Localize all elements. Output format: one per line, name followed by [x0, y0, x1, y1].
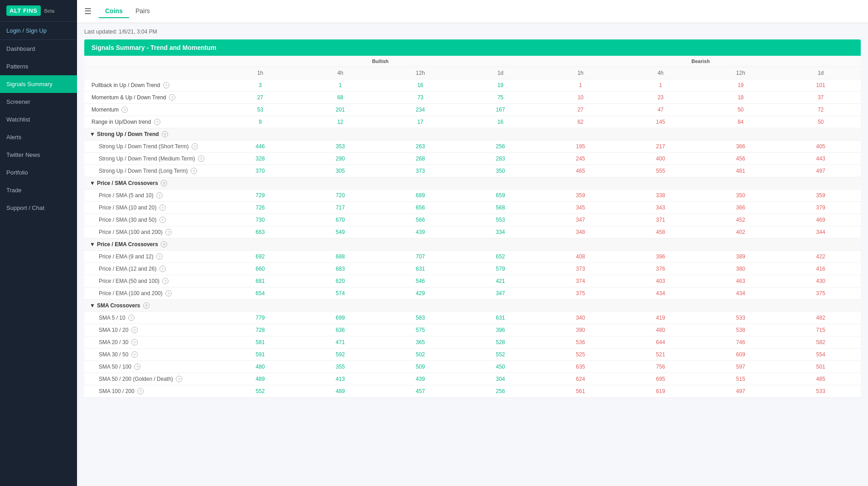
help-icon[interactable]: ? — [163, 82, 169, 88]
help-icon[interactable]: ? — [159, 204, 166, 211]
row-label: SMA 100 / 200 ? — [84, 385, 220, 398]
bullish-b4h: 489 — [300, 385, 381, 398]
bearish-be1h: 195 — [540, 141, 621, 153]
help-icon[interactable]: ? — [165, 229, 172, 235]
time-header-row: 1h 4h 12h 1d 1h 4h 12h 1d — [84, 67, 861, 79]
bearish-be1h: 525 — [540, 349, 621, 361]
bearish-be4h: 145 — [621, 116, 701, 128]
table-row: Price / EMA (9 and 12) ?6926887076524083… — [84, 251, 861, 263]
sidebar-item-trade[interactable]: Trade — [0, 181, 77, 199]
bearish-be1h: 10 — [540, 92, 621, 104]
group-label: ▼Price / EMA Crossovers ? — [84, 238, 861, 251]
bearish-be1h: 1 — [540, 79, 621, 92]
help-icon[interactable]: ? — [162, 278, 169, 284]
table-row: Strong Up / Down Trend (Long Term) ?3703… — [84, 165, 861, 177]
tab-coins[interactable]: Coins — [99, 5, 129, 18]
bullish-b4h: 683 — [300, 263, 381, 275]
main-content: Last updated: 1/6/21, 3:04 PM Signals Su… — [77, 23, 868, 486]
help-icon[interactable]: ? — [131, 339, 138, 345]
table-row: SMA 20 / 30 ?581471365528536644746582 — [84, 336, 861, 349]
help-icon[interactable]: ? — [191, 168, 197, 174]
row-label: Range in Up/Down trend ? — [84, 116, 220, 128]
collapse-icon[interactable]: ▼ — [90, 241, 95, 248]
bullish-b1d: 256 — [460, 141, 540, 153]
collapse-icon[interactable]: ▼ — [90, 180, 95, 186]
help-icon[interactable]: ? — [128, 315, 135, 321]
sidebar-item-twitter[interactable]: Twitter News — [0, 146, 77, 164]
bearish-be12h: 50 — [701, 104, 781, 116]
sidebar-item-watchlist[interactable]: Watchlist — [0, 111, 77, 128]
sidebar-item-patterns[interactable]: Patterns — [0, 58, 77, 75]
bullish-b1h: 681 — [220, 275, 300, 287]
bearish-be1d: 501 — [781, 361, 861, 373]
bearish-be1d: 422 — [781, 251, 861, 263]
table-row: Price / SMA (30 and 50) ?730670566553347… — [84, 214, 861, 226]
help-icon[interactable]: ? — [161, 241, 167, 248]
help-icon[interactable]: ? — [159, 217, 166, 223]
help-icon[interactable]: ? — [159, 266, 166, 272]
collapse-icon[interactable]: ▼ — [90, 131, 95, 137]
row-label: Strong Up / Down Trend (Short Term) ? — [84, 141, 220, 153]
bullish-b4h: 1 — [300, 79, 381, 92]
bullish-b1d: 16 — [460, 116, 540, 128]
bearish-be1d: 497 — [781, 165, 861, 177]
bullish-b1h: 663 — [220, 226, 300, 238]
table-row: SMA 100 / 200 ?552489457256561619497533 — [84, 385, 861, 398]
help-icon[interactable]: ? — [169, 94, 175, 101]
bearish-be1d: 533 — [781, 385, 861, 398]
bullish-b1h: 692 — [220, 251, 300, 263]
bullish-b1d: 347 — [460, 287, 540, 300]
help-icon[interactable]: ? — [131, 351, 138, 358]
sidebar-item-portfolio[interactable]: Portfolio — [0, 164, 77, 181]
bullish-b12h: 631 — [381, 263, 461, 275]
hamburger-icon[interactable]: ☰ — [84, 6, 92, 16]
help-icon[interactable]: ? — [137, 388, 144, 394]
help-icon[interactable]: ? — [121, 107, 128, 113]
help-icon[interactable]: ? — [143, 302, 149, 309]
table-row: Range in Up/Down trend ?9121716621458450 — [84, 116, 861, 128]
bearish-be1d: 344 — [781, 226, 861, 238]
sidebar-item-screener[interactable]: Screener — [0, 93, 77, 111]
help-icon[interactable]: ? — [156, 192, 163, 199]
login-link[interactable]: Login / Sign Up — [0, 22, 77, 40]
help-icon[interactable]: ? — [192, 143, 198, 150]
sidebar-item-signals[interactable]: Signals Summary — [0, 75, 77, 93]
help-icon[interactable]: ? — [176, 376, 182, 382]
collapse-icon[interactable]: ▼ — [90, 302, 95, 309]
sidebar-item-support[interactable]: Support / Chat — [0, 199, 77, 217]
table-row: Price / SMA (100 and 200) ?6635494393343… — [84, 226, 861, 238]
help-icon[interactable]: ? — [161, 180, 167, 186]
bearish-be12h: 538 — [701, 324, 781, 336]
bearish-be1d: 405 — [781, 141, 861, 153]
bullish-b12h: 17 — [381, 116, 461, 128]
row-label: SMA 5 / 10 ? — [84, 312, 220, 324]
sidebar-item-alerts[interactable]: Alerts — [0, 128, 77, 146]
bullish-b4h: 717 — [300, 202, 381, 214]
bullish-b4h: 699 — [300, 312, 381, 324]
bullish-b1d: 283 — [460, 153, 540, 165]
help-icon[interactable]: ? — [156, 253, 163, 260]
bearish-be12h: 497 — [701, 385, 781, 398]
bullish-b1h: 446 — [220, 141, 300, 153]
row-label: SMA 30 / 50 ? — [84, 349, 220, 361]
bearish-be1d: 37 — [781, 92, 861, 104]
sidebar-item-dashboard[interactable]: Dashboard — [0, 40, 77, 58]
bearish-be12h: 366 — [701, 202, 781, 214]
bullish-b1d: 304 — [460, 373, 540, 385]
group-row: ▼Price / EMA Crossovers ? — [84, 238, 861, 251]
help-icon[interactable]: ? — [131, 327, 138, 333]
signals-table: Bullish Bearish 1h 4h 12h 1d 1h 4h 12h 1… — [84, 56, 861, 398]
help-icon[interactable]: ? — [198, 156, 204, 162]
tab-pairs[interactable]: Pairs — [129, 5, 156, 18]
help-icon[interactable]: ? — [165, 290, 172, 296]
help-icon[interactable]: ? — [162, 131, 168, 137]
row-label: Momentum & Up / Down Trend ? — [84, 92, 220, 104]
row-label: Price / EMA (12 and 26) ? — [84, 263, 220, 275]
bullish-b12h: 263 — [381, 141, 461, 153]
bearish-be1d: 443 — [781, 153, 861, 165]
help-icon[interactable]: ? — [134, 364, 140, 370]
table-row: SMA 50 / 100 ?480355509450635756597501 — [84, 361, 861, 373]
bearish-be1h: 561 — [540, 385, 621, 398]
help-icon[interactable]: ? — [154, 119, 160, 125]
bearish-be4h: 396 — [621, 251, 701, 263]
